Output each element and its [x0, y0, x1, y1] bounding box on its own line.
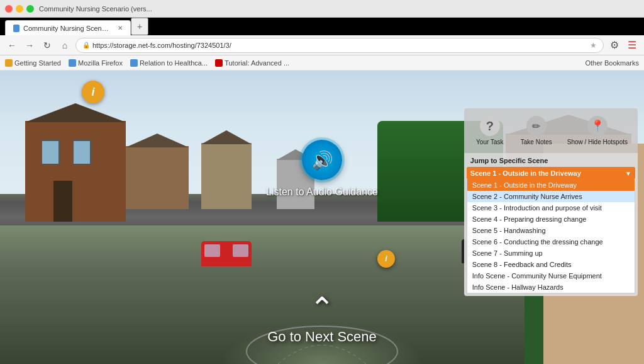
- bookmark-icon-tutorial: [215, 59, 223, 67]
- nav-bar: ← → ↻ ⌂ 🔒 https://storage.net-fs.com/hos…: [0, 35, 644, 55]
- dropdown-item[interactable]: Scene 7 - Summing up: [467, 247, 635, 259]
- tab-bar: Community Nursing Scenario (vers... ✕ +: [0, 18, 644, 35]
- home-button[interactable]: ⌂: [58, 38, 72, 52]
- hotspot-marker[interactable]: i: [377, 250, 395, 268]
- maximize-window-button[interactable]: [26, 5, 34, 13]
- new-tab-button[interactable]: +: [131, 18, 148, 35]
- main-content: i i 🔊 Listen to Audio Guidance ⌃ Go to N…: [0, 71, 644, 364]
- audio-icon: 🔊: [311, 150, 333, 171]
- top-right-panel: ? Your Task ✏ Take Notes 📍 Show / Hide H…: [464, 108, 638, 296]
- bookmark-label-relation: Relation to Healthca...: [140, 59, 208, 67]
- security-icon: 🔒: [82, 42, 90, 48]
- back-button[interactable]: ←: [5, 38, 19, 52]
- show-hide-icon: 📍: [587, 116, 608, 136]
- take-notes-icon: ✏: [526, 116, 547, 136]
- tab-close-button[interactable]: ✕: [118, 25, 123, 31]
- next-scene-label: Go to Next Scene: [267, 329, 377, 345]
- your-task-icon: ?: [480, 116, 500, 136]
- street-scene: i i 🔊 Listen to Audio Guidance ⌃ Go to N…: [0, 71, 644, 364]
- bookmark-other[interactable]: Other Bookmarks: [585, 59, 639, 67]
- dropdown-item[interactable]: Scene 4 - Preparing dressing change: [467, 213, 635, 225]
- title-bar: Community Nursing Scenario (vers...: [0, 0, 644, 18]
- tab-favicon: [13, 25, 19, 32]
- active-tab[interactable]: Community Nursing Scenario (vers... ✕: [5, 20, 131, 35]
- take-notes-label: Take Notes: [521, 139, 552, 145]
- bookmark-icon-relation: [130, 59, 138, 67]
- bookmarks-bar: Getting Started Mozilla Firefox Relation…: [0, 55, 644, 71]
- window-title: Community Nursing Scenario (vers...: [39, 5, 152, 13]
- next-arrow-icon: ⌃: [309, 293, 335, 324]
- refresh-button[interactable]: ↻: [40, 38, 54, 52]
- audio-label: Listen to Audio Guidance: [266, 186, 378, 198]
- bookmark-label-mozilla: Mozilla Firefox: [78, 59, 123, 67]
- menu-button[interactable]: ☰: [625, 38, 639, 52]
- bookmark-label-getting-started: Getting Started: [14, 59, 61, 67]
- close-window-button[interactable]: [5, 5, 13, 13]
- dropdown-item[interactable]: Info Scene - Community Nurse Equipment: [467, 270, 635, 282]
- dropdown-item[interactable]: Scene 1 - Outside in the Driveway: [467, 179, 635, 191]
- your-task-button[interactable]: ? Your Task: [468, 112, 512, 149]
- show-hide-button[interactable]: 📍 Show / Hide Hotspots: [561, 112, 634, 149]
- dropdown-item[interactable]: Scene 8 - Feedback and Credits: [467, 259, 635, 270]
- dropdown-item[interactable]: Scene 3 - Introduction and purpose of vi…: [467, 202, 635, 213]
- hotspot-icon: i: [385, 254, 387, 263]
- jump-scene-title: Jump to Specific Scene: [467, 156, 635, 167]
- show-hide-label: Show / Hide Hotspots: [567, 139, 628, 145]
- info-button[interactable]: i: [82, 81, 104, 103]
- audio-container: 🔊 Listen to Audio Guidance: [266, 140, 378, 198]
- audio-button[interactable]: 🔊: [302, 140, 342, 180]
- bookmark-label-tutorial: Tutorial: Advanced ...: [225, 59, 289, 67]
- bookmark-relation[interactable]: Relation to Healthca...: [130, 59, 208, 67]
- info-icon: i: [91, 86, 94, 99]
- bookmark-label-other: Other Bookmarks: [585, 59, 639, 67]
- url-text: https://storage.net-fs.com/hosting/73245…: [92, 42, 587, 49]
- scene-dropdown-list: Scene 1 - Outside in the DrivewayScene 2…: [467, 179, 635, 293]
- minimize-window-button[interactable]: [16, 5, 23, 13]
- scene-select[interactable]: Scene 1 - Outside in the DrivewayScene 2…: [467, 167, 635, 179]
- bookmark-icon-mozilla: [69, 59, 76, 67]
- your-task-label: Your Task: [476, 139, 503, 145]
- next-scene-container[interactable]: ⌃ Go to Next Scene: [267, 293, 377, 345]
- dropdown-item[interactable]: Scene 5 - Handwashing: [467, 225, 635, 236]
- dropdown-item[interactable]: Scene 6 - Conducting the dressing change: [467, 236, 635, 247]
- bookmark-getting-started[interactable]: Getting Started: [5, 59, 61, 67]
- jump-scene-panel: Jump to Specific Scene Scene 1 - Outside…: [464, 153, 638, 296]
- dropdown-item[interactable]: Info Scene - Hallway Hazards: [467, 282, 635, 293]
- tab-title: Community Nursing Scenario (vers...: [23, 25, 111, 32]
- toolbar-row: ? Your Task ✏ Take Notes 📍 Show / Hide H…: [464, 108, 638, 153]
- take-notes-button[interactable]: ✏ Take Notes: [514, 112, 558, 149]
- forward-button[interactable]: →: [23, 38, 36, 52]
- bookmark-icon-getting-started: [5, 59, 13, 67]
- address-bar[interactable]: 🔒 https://storage.net-fs.com/hosting/732…: [75, 38, 604, 53]
- browser-chrome: Community Nursing Scenario (vers... Comm…: [0, 0, 644, 71]
- bookmark-mozilla-firefox[interactable]: Mozilla Firefox: [69, 59, 123, 67]
- car-red: [201, 241, 252, 266]
- window-controls: [5, 5, 34, 13]
- bookmark-tutorial[interactable]: Tutorial: Advanced ...: [215, 59, 289, 67]
- star-icon[interactable]: ★: [590, 41, 597, 50]
- extensions-button[interactable]: ⚙: [608, 38, 621, 52]
- dropdown-item[interactable]: Scene 2 - Community Nurse Arrives: [467, 191, 635, 202]
- scene-select-wrapper: Scene 1 - Outside in the DrivewayScene 2…: [467, 167, 635, 179]
